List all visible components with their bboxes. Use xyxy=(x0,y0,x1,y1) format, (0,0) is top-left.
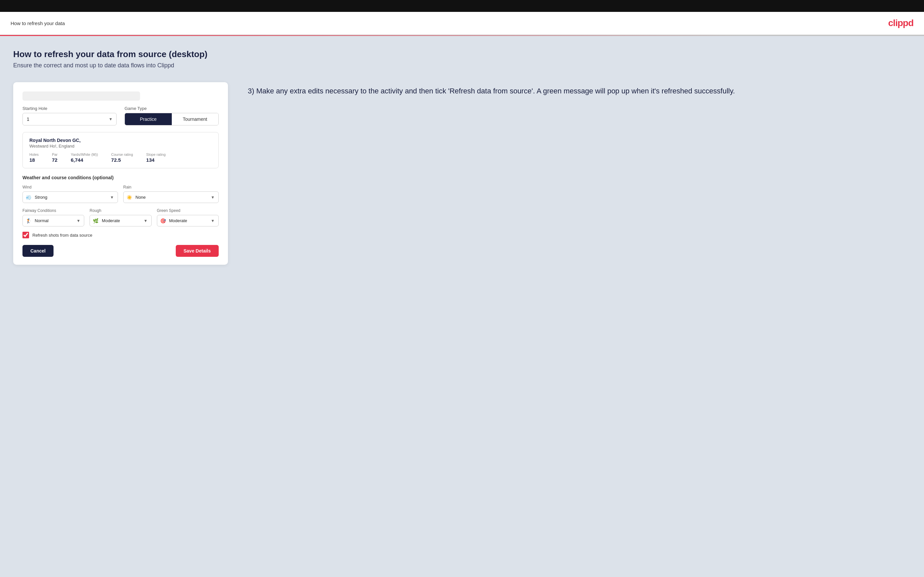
course-name: Royal North Devon GC, xyxy=(29,138,212,143)
game-type-group: Game Type Practice Tournament xyxy=(124,106,219,126)
course-stats: Holes 18 Par 72 Yards/White (M)) 6,744 C… xyxy=(29,153,212,163)
rain-select[interactable]: None xyxy=(123,192,219,203)
yards-value: 6,744 xyxy=(71,157,98,163)
fairway-select[interactable]: Normal xyxy=(23,215,84,226)
card-top-hint xyxy=(23,92,140,101)
fairway-select-wrapper: 🏌 Normal ▼ xyxy=(23,215,84,226)
logo: clippd xyxy=(888,18,913,28)
slope-rating-label: Slope rating xyxy=(146,153,166,156)
green-speed-select-wrapper: 🎯 Moderate ▼ xyxy=(157,215,219,226)
yards-stat: Yards/White (M)) 6,744 xyxy=(71,153,98,163)
rain-select-wrapper: ☀️ None ▼ xyxy=(123,192,219,203)
starting-hole-select[interactable]: 1 xyxy=(23,113,116,126)
game-type-buttons: Practice Tournament xyxy=(124,113,219,126)
wind-select[interactable]: Strong xyxy=(23,192,118,203)
cancel-button[interactable]: Cancel xyxy=(23,245,53,257)
course-rating-value: 72.5 xyxy=(111,157,133,163)
form-row-top: Starting Hole 1 ▼ Game Type Practice Tou… xyxy=(23,106,219,126)
side-description: 3) Make any extra edits necessary to the… xyxy=(248,85,911,97)
weather-section-heading: Weather and course conditions (optional) xyxy=(23,175,219,180)
course-rating-stat: Course rating 72.5 xyxy=(111,153,133,163)
conditions-row-1: Wind 💨 Strong ▼ Rain ☀️ None xyxy=(23,185,219,203)
game-type-label: Game Type xyxy=(124,106,219,111)
fairway-group: Fairway Conditions 🏌 Normal ▼ xyxy=(23,208,84,226)
rain-label: Rain xyxy=(123,185,219,190)
footer: Copyright Clippd 2022 xyxy=(0,573,924,577)
page-subheading: Ensure the correct and most up to date d… xyxy=(13,62,911,69)
starting-hole-group: Starting Hole 1 ▼ xyxy=(23,106,116,126)
wind-select-wrapper: 💨 Strong ▼ xyxy=(23,192,118,203)
header: How to refresh your data clippd xyxy=(0,12,924,35)
par-stat: Par 72 xyxy=(52,153,58,163)
tournament-button[interactable]: Tournament xyxy=(172,113,219,125)
side-text-area: 3) Make any extra edits necessary to the… xyxy=(248,82,911,97)
course-location: Westward Ho!, England xyxy=(29,143,212,148)
wind-group: Wind 💨 Strong ▼ xyxy=(23,185,118,203)
course-rating-label: Course rating xyxy=(111,153,133,156)
wind-label: Wind xyxy=(23,185,118,190)
green-speed-select[interactable]: Moderate xyxy=(157,215,219,226)
slope-rating-value: 134 xyxy=(146,157,166,163)
holes-value: 18 xyxy=(29,157,39,163)
rough-label: Rough xyxy=(89,208,151,213)
holes-label: Holes xyxy=(29,153,39,156)
page-heading: How to refresh your data from source (de… xyxy=(13,49,911,60)
fairway-label: Fairway Conditions xyxy=(23,208,84,213)
rough-select-wrapper: 🌿 Moderate ▼ xyxy=(89,215,151,226)
slope-rating-stat: Slope rating 134 xyxy=(146,153,166,163)
conditions-row-2: Fairway Conditions 🏌 Normal ▼ Rough 🌿 xyxy=(23,208,219,226)
refresh-checkbox-row: Refresh shots from data source xyxy=(23,232,219,239)
par-value: 72 xyxy=(52,157,58,163)
practice-button[interactable]: Practice xyxy=(125,113,172,125)
holes-stat: Holes 18 xyxy=(29,153,39,163)
rain-group: Rain ☀️ None ▼ xyxy=(123,185,219,203)
save-button[interactable]: Save Details xyxy=(176,245,219,257)
card-footer: Cancel Save Details xyxy=(23,245,219,257)
rough-group: Rough 🌿 Moderate ▼ xyxy=(89,208,151,226)
refresh-checkbox-label: Refresh shots from data source xyxy=(32,233,92,238)
starting-hole-label: Starting Hole xyxy=(23,106,116,111)
main-content: How to refresh your data from source (de… xyxy=(0,36,924,573)
green-speed-label: Green Speed xyxy=(157,208,219,213)
form-card: Starting Hole 1 ▼ Game Type Practice Tou… xyxy=(13,82,228,265)
par-label: Par xyxy=(52,153,58,156)
header-title: How to refresh your data xyxy=(11,21,65,26)
green-speed-group: Green Speed 🎯 Moderate ▼ xyxy=(157,208,219,226)
rough-select[interactable]: Moderate xyxy=(89,215,151,226)
starting-hole-select-wrapper: 1 ▼ xyxy=(23,113,116,126)
refresh-checkbox[interactable] xyxy=(23,232,29,239)
top-bar xyxy=(0,0,924,12)
yards-label: Yards/White (M)) xyxy=(71,153,98,156)
content-area: Starting Hole 1 ▼ Game Type Practice Tou… xyxy=(13,82,911,265)
course-info-box: Royal North Devon GC, Westward Ho!, Engl… xyxy=(23,132,219,168)
